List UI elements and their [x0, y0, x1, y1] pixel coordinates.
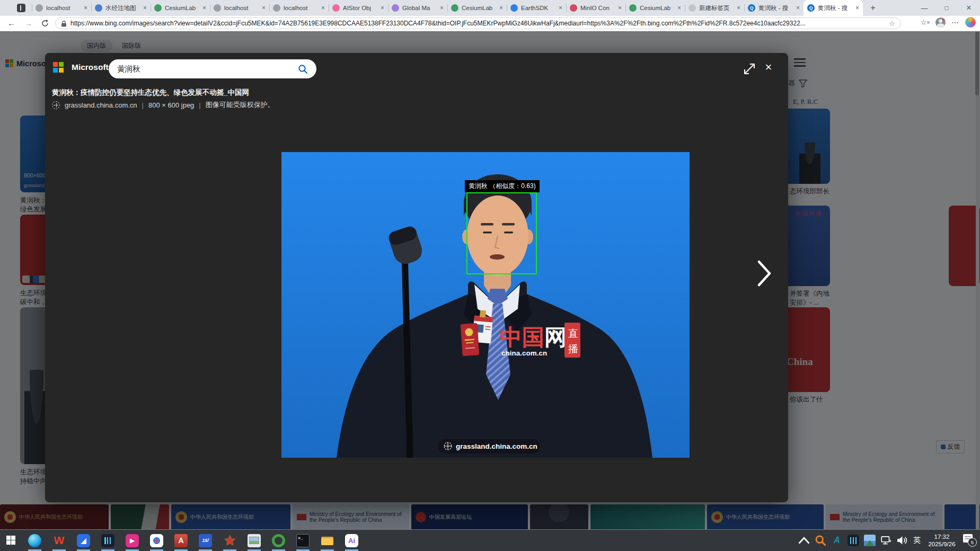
url-text[interactable]: https://www.bing.com/images/search?view=… [70, 20, 885, 27]
browser-tab[interactable]: CesiumLab× [625, 0, 685, 16]
photos-taskbar-icon[interactable] [247, 530, 261, 551]
green-taskbar-icon[interactable] [271, 530, 286, 551]
tab-label: 黄润秋 - 搜 [818, 4, 852, 12]
search-icon[interactable] [298, 64, 308, 74]
tray-autodesk-icon[interactable]: A [831, 535, 843, 546]
notification-center-icon[interactable]: 5 [963, 534, 977, 547]
tab-close-icon[interactable]: × [84, 4, 87, 12]
audio-taskbar-icon[interactable] [101, 530, 115, 551]
bookmark-star-icon[interactable]: ☆ [889, 20, 895, 28]
svg-text:直: 直 [568, 328, 578, 339]
face-detection-box[interactable] [466, 192, 537, 274]
browser-tab[interactable]: Global Ma× [388, 0, 447, 16]
tab-favicon [332, 4, 340, 12]
terminal-icon: >_ [296, 534, 310, 547]
start-button[interactable] [6, 536, 15, 545]
tab-close-icon[interactable]: × [143, 4, 147, 12]
browser-tab[interactable]: CesiumLab× [151, 0, 210, 16]
favorites-bar-icon[interactable]: ☆≡ [920, 18, 930, 26]
rings-taskbar-icon[interactable] [149, 530, 164, 551]
tray-volume-icon[interactable] [897, 535, 908, 546]
tray-search-icon[interactable] [815, 535, 826, 546]
tab-label: Global Ma [402, 5, 437, 11]
tab-close-icon[interactable]: × [855, 4, 859, 12]
tray-map-app-icon[interactable] [864, 535, 876, 546]
workspace-icon[interactable] [17, 4, 25, 12]
tab-favicon [273, 4, 280, 12]
autocad-taskbar-icon[interactable]: A [174, 530, 188, 551]
settings-menu-icon[interactable]: ⋯ [951, 18, 959, 26]
tab-close-icon[interactable]: × [440, 4, 444, 12]
ime-language-indicator[interactable]: 英 [913, 536, 921, 545]
next-image-arrow[interactable] [757, 260, 772, 287]
window-close-button[interactable]: × [958, 0, 980, 16]
browser-tab[interactable]: Q黄润秋 - 搜× [804, 0, 863, 16]
browser-tab[interactable]: MinIO Con× [566, 0, 625, 16]
explorer-taskbar-icon[interactable] [320, 530, 334, 551]
close-icon[interactable]: × [762, 60, 775, 74]
lock-icon[interactable] [61, 20, 67, 27]
tab-close-icon[interactable]: × [737, 4, 740, 12]
windows-taskbar: W◢▶A15/★>_Ai A 英 17:32 2025/9/26 5 [0, 530, 980, 551]
tab-close-icon[interactable]: × [499, 4, 503, 12]
url-field[interactable]: https://www.bing.com/images/search?view=… [55, 17, 901, 29]
browser-tab[interactable]: Q黄润秋 - 搜× [744, 0, 804, 16]
search-box[interactable]: 黄润秋 [109, 59, 316, 78]
browser-tab[interactable]: CesiumLab× [447, 0, 507, 16]
profile-avatar[interactable] [935, 17, 946, 28]
expand-icon[interactable] [743, 62, 756, 76]
minimize-button[interactable]: — [913, 0, 935, 16]
tab-label: localhost [46, 5, 81, 11]
tab-close-icon[interactable]: × [262, 4, 266, 12]
tab-label: 黄润秋 - 搜 [758, 4, 793, 12]
main-photo[interactable]: 中国网 china.com.cn 直 播 grassland.china.com… [281, 152, 690, 458]
wps-taskbar-icon[interactable]: W [52, 530, 66, 551]
refresh-icon[interactable] [41, 20, 49, 27]
tab-close-icon[interactable]: × [618, 4, 622, 12]
browser-tab[interactable]: AIStor Obj× [329, 0, 388, 16]
browser-tab[interactable]: 水经注地图× [91, 0, 151, 16]
face-recognition-label: 黄润秋 （相似度：0.63) [465, 180, 540, 192]
china-net-watermark: 中国网 china.com.cn 直 播 [500, 323, 580, 358]
tab-close-icon[interactable]: × [381, 4, 384, 12]
maximize-button[interactable]: □ [935, 0, 958, 16]
docs-icon: ◢ [77, 534, 90, 547]
ai-icon: Ai [345, 534, 358, 547]
tab-close-icon[interactable]: × [202, 4, 206, 12]
tray-network-icon[interactable] [880, 535, 892, 546]
cn-logo-text: 中国网 [500, 325, 567, 350]
image-title[interactable]: 黄润秋：疫情防控仍要坚持生态优先、绿色发展不动摇_中国网 [52, 88, 249, 97]
tab-close-icon[interactable]: × [559, 4, 562, 12]
tab-close-icon[interactable]: × [796, 4, 800, 12]
forward-icon[interactable]: → [24, 19, 32, 28]
source-domain[interactable]: grassland.china.com.cn [65, 101, 137, 109]
back-icon[interactable]: ← [7, 19, 15, 28]
tab-close-icon[interactable]: × [677, 4, 681, 12]
clock-date: 2025/9/26 [925, 540, 958, 548]
search-input[interactable]: 黄润秋 [117, 64, 298, 74]
tab-favicon: Q [748, 4, 755, 12]
media-icon: ▶ [126, 534, 139, 547]
browser-tab[interactable]: localhost× [32, 0, 91, 16]
tab-close-icon[interactable]: × [321, 4, 325, 12]
media-taskbar-icon[interactable]: ▶ [125, 530, 139, 551]
edge-taskbar-icon[interactable] [28, 530, 42, 551]
cad15-taskbar-icon[interactable]: 15/ [198, 530, 213, 551]
star-taskbar-icon[interactable]: ★ [223, 530, 237, 551]
copilot-icon[interactable] [965, 17, 976, 28]
tab-label: MinIO Con [580, 5, 615, 11]
tray-chevron-icon[interactable] [798, 535, 810, 546]
tray-audio-app-icon[interactable] [847, 535, 859, 546]
new-tab-button[interactable]: + [867, 2, 879, 14]
green-icon [272, 534, 285, 547]
taskbar-clock[interactable]: 17:32 2025/9/26 [925, 533, 958, 548]
browser-tab[interactable]: 新建标签页× [685, 0, 744, 16]
red-badge [461, 323, 479, 356]
browser-tab[interactable]: EarthSDK× [507, 0, 566, 16]
docs-taskbar-icon[interactable]: ◢ [76, 530, 91, 551]
ai-taskbar-icon[interactable]: Ai [345, 530, 359, 551]
terminal-taskbar-icon[interactable]: >_ [296, 530, 310, 551]
tab-favicon [570, 4, 577, 12]
browser-tab[interactable]: localhost× [269, 0, 329, 16]
browser-tab[interactable]: localhost× [210, 0, 269, 16]
